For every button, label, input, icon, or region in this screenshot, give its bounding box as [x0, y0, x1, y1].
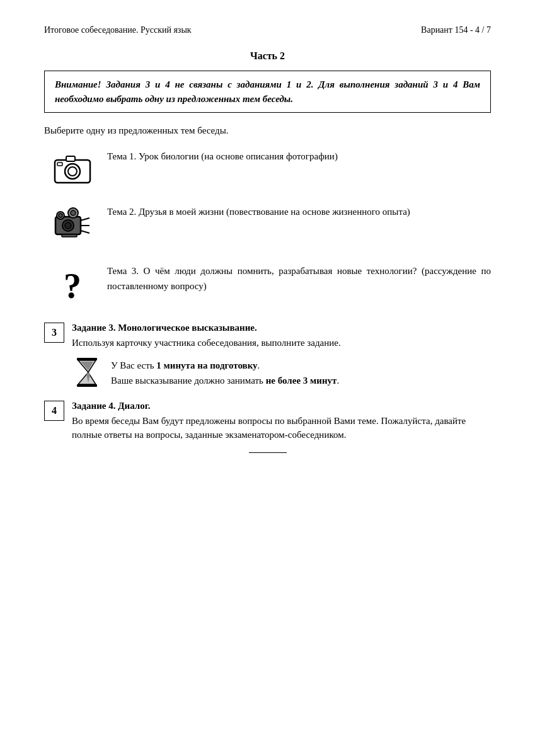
topic-2-content: Друзья в моей жизни (повествование на ос… — [139, 207, 410, 217]
svg-rect-15 — [62, 234, 77, 237]
svg-line-12 — [81, 218, 89, 220]
topic-2-row: Тема 2. Друзья в моей жизни (повествован… — [44, 204, 491, 244]
task-3-time-row: У Вас есть 1 минута на подготовку. Ваше … — [72, 358, 491, 388]
task-3-max-duration: не более 3 минут — [266, 375, 337, 386]
task-4-section: 4 Задание 4. Диалог. Во время беседы Вам… — [44, 401, 491, 442]
task-4-content: Задание 4. Диалог. Во время беседы Вам б… — [72, 401, 491, 442]
svg-rect-4 — [57, 163, 62, 166]
page-header: Итоговое собеседование. Русский язык Вар… — [44, 25, 491, 35]
task-3-title: Задание 3. Монологическое высказывание. — [72, 323, 491, 333]
task-4-number-box: 4 — [44, 401, 64, 421]
task-3-time-duration: 1 минута на подготовку — [156, 360, 257, 370]
task-3-content: Задание 3. Монологическое высказывание. … — [72, 323, 491, 388]
topic-3-content: О чём люди должны помнить, разрабатывая … — [107, 266, 491, 291]
task-4-title: Задание 4. Диалог. — [72, 401, 491, 411]
task-3-number-box: 3 — [44, 323, 64, 343]
topic-1-row: Тема 1. Урок биологии (на основе описани… — [44, 149, 491, 185]
header-right-text: Вариант 154 - 4 / 7 — [421, 25, 491, 35]
film-camera-icon — [44, 207, 101, 244]
svg-point-11 — [71, 210, 76, 215]
topic-2-text: Тема 2. Друзья в моей жизни (повествован… — [107, 204, 491, 219]
topic-1-content: Урок биологии (на основе описания фотогр… — [139, 151, 338, 161]
task-3-time-dot: . — [258, 360, 260, 370]
task-3-description: Используя карточку участника собеседован… — [72, 336, 491, 350]
svg-point-7 — [65, 222, 71, 229]
svg-point-9 — [59, 214, 62, 217]
header-left-text: Итоговое собеседование. Русский язык — [44, 25, 192, 35]
part-title: Часть 2 — [44, 50, 491, 62]
task-4-description: Во время беседы Вам будут предложены воп… — [72, 414, 491, 442]
task-3-section: 3 Задание 3. Монологическое высказывание… — [44, 323, 491, 388]
camera-icon — [44, 151, 101, 185]
topic-2-number: Тема 2. — [107, 207, 139, 217]
task-3-time-prefix: У Вас есть — [111, 360, 156, 370]
hourglass-icon — [72, 358, 102, 387]
svg-rect-3 — [66, 156, 75, 161]
task-3-max-prefix: Ваше высказывание должно занимать — [111, 375, 266, 386]
topic-3-number: Тема 3. — [107, 266, 144, 276]
topic-3-text: Тема 3. О чём люди должны помнить, разра… — [107, 263, 491, 294]
task-3-number: 3 — [52, 327, 57, 338]
topic-1-number: Тема 1. — [107, 151, 139, 161]
footer-divider — [249, 452, 287, 453]
svg-line-14 — [81, 231, 89, 233]
attention-text: Внимание! Задания 3 и 4 не связаны с зад… — [55, 79, 480, 104]
topic-3-row: ? Тема 3. О чём люди должны помнить, раз… — [44, 263, 491, 304]
topic-1-text: Тема 1. Урок биологии (на основе описани… — [107, 149, 491, 164]
task-4-number: 4 — [52, 405, 57, 416]
task-3-max-dot: . — [337, 375, 339, 386]
question-mark-icon: ? — [44, 266, 101, 304]
question-symbol: ? — [64, 268, 81, 304]
attention-box: Внимание! Задания 3 и 4 не связаны с зад… — [44, 71, 491, 113]
svg-point-2 — [68, 167, 77, 176]
task-3-time-text: У Вас есть 1 минута на подготовку. Ваше … — [111, 358, 339, 388]
choose-prompt: Выберите одну из предложенных тем беседы… — [44, 125, 491, 136]
